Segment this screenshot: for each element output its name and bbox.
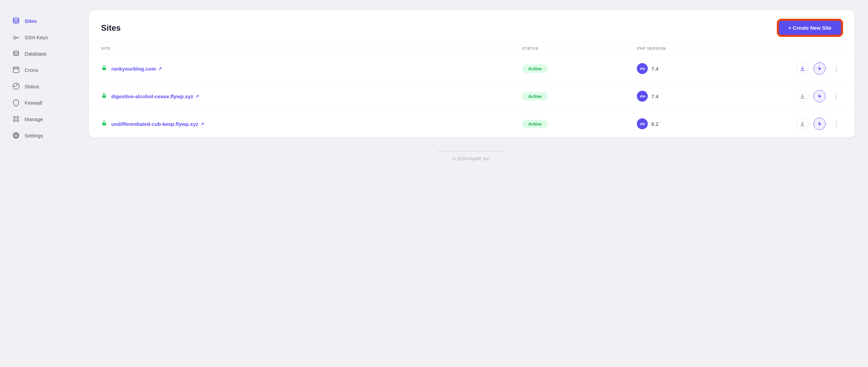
lock-icon <box>101 65 107 72</box>
php-badge: php <box>637 91 648 102</box>
svg-point-0 <box>13 18 19 20</box>
more-options-icon[interactable]: ⋮ <box>830 91 842 101</box>
svg-point-7 <box>17 120 19 122</box>
svg-point-4 <box>14 117 16 119</box>
site-link[interactable]: rankyourblog.com ↗ <box>111 66 162 72</box>
status-badge: Active <box>522 120 548 128</box>
more-options-icon[interactable]: ⋮ <box>830 63 842 74</box>
bolt-icon[interactable] <box>813 118 826 130</box>
database-icon <box>12 50 20 57</box>
footer: © 2024 FlyWP, Inc. <box>89 144 854 168</box>
actions-cell: ⋮ <box>740 83 854 110</box>
bolt-icon[interactable] <box>813 90 826 102</box>
sidebar-item-status[interactable]: Status <box>7 79 68 93</box>
sidebar-item-crons[interactable]: Crons <box>7 63 68 77</box>
actions-cell: ⋮ <box>740 110 854 138</box>
sidebar-item-label: Database <box>25 51 46 57</box>
php-version: 7.4 <box>651 66 658 72</box>
table-row: undifferentiated-cub-keep.flywp.xyz ↗ Ac… <box>89 110 854 138</box>
svg-point-6 <box>14 120 16 122</box>
page-title: Sites <box>101 23 121 33</box>
sidebar-item-settings[interactable]: Settings <box>7 128 68 143</box>
main-content: Sites + Create New Site SITE STATUS PHP … <box>75 0 868 367</box>
site-cell: undifferentiated-cub-keep.flywp.xyz ↗ <box>89 110 510 138</box>
php-cell: php 7.4 <box>625 83 739 110</box>
bolt-icon[interactable] <box>813 62 826 75</box>
status-cell: Active <box>510 83 625 110</box>
sidebar-item-label: Firewall <box>25 100 42 106</box>
php-version: 7.4 <box>651 93 658 99</box>
sidebar-item-label: Sites <box>25 18 37 24</box>
sidebar-item-ssh-keys[interactable]: SSH Keys <box>7 30 68 44</box>
manage-icon <box>12 115 20 123</box>
svg-point-2 <box>14 51 19 53</box>
svg-point-1 <box>14 36 16 39</box>
crons-icon <box>12 66 20 74</box>
status-cell: Active <box>510 110 625 138</box>
status-cell: Active <box>510 55 625 83</box>
sites-card: Sites + Create New Site SITE STATUS PHP … <box>89 10 854 137</box>
external-link-icon: ↗ <box>158 66 162 71</box>
sidebar-item-sites[interactable]: Sites <box>7 14 68 28</box>
php-cell: php 7.4 <box>625 55 739 83</box>
external-link-icon: ↗ <box>195 94 199 99</box>
table-row: rankyourblog.com ↗ Active php 7.4 <box>89 55 854 83</box>
sidebar-item-label: Status <box>25 84 39 89</box>
sidebar: Sites SSH Keys Database Crons <box>0 0 75 367</box>
table-row: digestive-alcohol-cease.flywp.xyz ↗ Acti… <box>89 83 854 110</box>
site-link[interactable]: digestive-alcohol-cease.flywp.xyz ↗ <box>111 93 199 99</box>
svg-point-5 <box>17 117 19 119</box>
php-badge: php <box>637 118 648 129</box>
sites-icon <box>12 17 20 25</box>
ssh-keys-icon <box>12 33 20 41</box>
firewall-icon <box>12 99 20 106</box>
svg-point-8 <box>15 134 17 136</box>
download-icon[interactable] <box>796 90 809 102</box>
svg-rect-11 <box>102 123 106 126</box>
sidebar-item-firewall[interactable]: Firewall <box>7 96 68 110</box>
php-cell: php 8.2 <box>625 110 739 138</box>
lock-icon <box>101 120 107 128</box>
actions-cell: ⋮ <box>740 55 854 83</box>
status-badge: Active <box>522 92 548 101</box>
sidebar-item-database[interactable]: Database <box>7 46 68 61</box>
lock-icon <box>101 92 107 100</box>
external-link-icon: ↗ <box>200 121 204 127</box>
download-icon[interactable] <box>796 118 809 130</box>
col-header-actions <box>740 43 854 55</box>
svg-rect-10 <box>102 95 106 98</box>
status-badge: Active <box>522 64 548 73</box>
settings-icon <box>12 132 20 139</box>
sites-table: SITE STATUS PHP VERSION <box>89 43 854 137</box>
sidebar-item-label: Settings <box>25 133 43 138</box>
svg-rect-3 <box>13 68 19 73</box>
download-icon[interactable] <box>796 62 809 75</box>
col-header-php: PHP VERSION <box>625 43 739 55</box>
status-icon <box>12 83 20 90</box>
col-header-site: SITE <box>89 43 510 55</box>
sidebar-item-label: Manage <box>25 116 43 122</box>
more-options-icon[interactable]: ⋮ <box>830 119 842 129</box>
col-header-status: STATUS <box>510 43 625 55</box>
php-version: 8.2 <box>651 121 658 127</box>
site-link[interactable]: undifferentiated-cub-keep.flywp.xyz ↗ <box>111 121 204 127</box>
sidebar-item-manage[interactable]: Manage <box>7 112 68 126</box>
sidebar-item-label: SSH Keys <box>25 34 48 40</box>
site-cell: rankyourblog.com ↗ <box>89 55 510 83</box>
php-badge: php <box>637 63 648 74</box>
svg-rect-9 <box>102 68 106 70</box>
sidebar-item-label: Crons <box>25 67 38 73</box>
site-cell: digestive-alcohol-cease.flywp.xyz ↗ <box>89 83 510 110</box>
card-header: Sites + Create New Site <box>89 10 854 43</box>
create-new-site-button[interactable]: + Create New Site <box>778 20 842 36</box>
footer-divider <box>437 151 506 151</box>
copyright-text: © 2024 FlyWP, Inc. <box>453 156 491 161</box>
